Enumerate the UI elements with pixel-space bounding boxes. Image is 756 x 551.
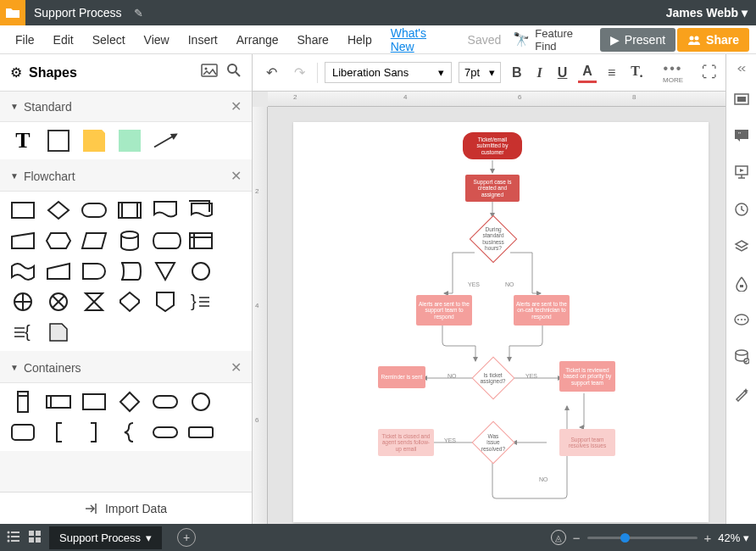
shape-block[interactable]: [46, 131, 71, 151]
close-section-icon[interactable]: ✕: [231, 359, 242, 376]
ink-icon[interactable]: [735, 276, 748, 295]
shape-manual[interactable]: [10, 231, 36, 251]
underline-button[interactable]: U: [553, 64, 572, 82]
canvas[interactable]: Ticket/email submitted by customer Suppo…: [268, 107, 725, 524]
shape-connector[interactable]: [188, 261, 214, 281]
shape-prep[interactable]: [46, 231, 71, 251]
redo-button[interactable]: ↷: [289, 61, 310, 84]
zoom-slider[interactable]: [587, 537, 698, 539]
edit-title-icon[interactable]: ✎: [131, 7, 143, 19]
shape-c-round[interactable]: [10, 422, 36, 442]
page-tab[interactable]: Support Process ▾: [49, 526, 162, 549]
shape-hotspot[interactable]: [117, 131, 142, 151]
shape-c-diamond[interactable]: [117, 392, 142, 412]
shape-delay[interactable]: [81, 261, 107, 281]
shape-storage[interactable]: [117, 261, 142, 281]
shape-line[interactable]: [153, 131, 178, 151]
shape-collate[interactable]: [81, 292, 107, 312]
list-view-icon[interactable]: [7, 531, 20, 545]
fullscreen-button[interactable]: ⛶: [702, 64, 717, 81]
section-containers-header[interactable]: ▼ Containers ✕: [0, 353, 252, 383]
import-data-button[interactable]: Import Data: [0, 492, 252, 524]
shape-offpage[interactable]: [153, 292, 178, 312]
bold-button[interactable]: B: [508, 64, 526, 82]
node-process[interactable]: Reminder is sent: [378, 366, 425, 388]
compass-icon[interactable]: ◬: [551, 530, 566, 545]
page[interactable]: Ticket/email submitted by customer Suppo…: [293, 122, 709, 522]
node-process[interactable]: Ticket is closed and agent sends follow-…: [378, 429, 434, 456]
menu-insert[interactable]: Insert: [180, 28, 226, 52]
zoom-out-button[interactable]: −: [573, 531, 581, 545]
menu-share[interactable]: Share: [289, 28, 337, 52]
shape-c-lane-v[interactable]: [10, 392, 36, 412]
align-button[interactable]: ≡: [603, 64, 620, 82]
shape-data[interactable]: [81, 231, 107, 251]
history-icon[interactable]: [734, 202, 749, 220]
shape-manin[interactable]: [46, 261, 71, 281]
more-button[interactable]: •••MORE: [663, 61, 683, 84]
menu-view[interactable]: View: [136, 28, 178, 52]
document-title[interactable]: Support Process: [25, 6, 131, 19]
grid-view-icon[interactable]: [29, 531, 41, 545]
gear-icon[interactable]: ⚙: [10, 64, 22, 81]
close-section-icon[interactable]: ✕: [231, 168, 242, 184]
data-link-icon[interactable]: [734, 349, 749, 368]
search-icon[interactable]: [226, 63, 242, 82]
comment-icon[interactable]: '': [734, 129, 749, 146]
menu-edit[interactable]: Edit: [45, 28, 82, 52]
node-terminator[interactable]: Ticket/email submitted by customer: [463, 132, 522, 159]
menu-arrange[interactable]: Arrange: [228, 28, 287, 52]
shape-intstore[interactable]: [188, 231, 214, 251]
menu-select[interactable]: Select: [84, 28, 134, 52]
shape-note[interactable]: [81, 131, 107, 151]
shape-c-rect[interactable]: [81, 392, 107, 412]
text-color-button[interactable]: A: [578, 62, 597, 83]
zoom-value[interactable]: 42% ▾: [718, 532, 749, 544]
shape-c-pill2[interactable]: [153, 422, 178, 442]
shape-tape[interactable]: [10, 261, 36, 281]
share-button[interactable]: Share: [677, 28, 749, 52]
font-select[interactable]: Liberation Sans▾: [325, 62, 452, 83]
shape-multidoc[interactable]: [188, 200, 214, 220]
menu-whatsnew[interactable]: What's New: [382, 21, 458, 58]
menu-file[interactable]: File: [7, 28, 43, 52]
layers-icon[interactable]: [734, 239, 749, 258]
close-section-icon[interactable]: ✕: [231, 98, 242, 114]
section-standard-header[interactable]: ▼ Standard ✕: [0, 92, 252, 122]
magic-icon[interactable]: [734, 387, 749, 405]
feature-find[interactable]: 🔭 Feature Find: [513, 27, 592, 53]
shape-c-bracket-r[interactable]: [81, 422, 107, 442]
shape-sum[interactable]: [46, 292, 71, 312]
present-icon[interactable]: [734, 164, 749, 183]
shape-c-brace[interactable]: [117, 422, 142, 442]
shape-display[interactable]: [117, 292, 142, 312]
shape-brace-l[interactable]: {: [10, 322, 36, 342]
shape-predef[interactable]: [117, 200, 142, 220]
node-process[interactable]: Alerts are sent to the support team to r…: [416, 295, 472, 326]
section-flowchart-header[interactable]: ▼ Flowchart ✕: [0, 161, 252, 192]
shape-c-rect2[interactable]: [188, 422, 214, 442]
shape-brace-r[interactable]: }: [188, 292, 214, 312]
shape-c-pill[interactable]: [153, 392, 178, 412]
undo-button[interactable]: ↶: [261, 61, 282, 84]
shape-text[interactable]: T: [10, 131, 36, 151]
shape-c-bracket-l[interactable]: [46, 422, 71, 442]
shape-c-lane-h[interactable]: [46, 392, 71, 412]
shape-or[interactable]: [10, 292, 36, 312]
folder-icon[interactable]: [0, 0, 25, 25]
shape-db[interactable]: [117, 231, 142, 251]
add-page-button[interactable]: +: [177, 528, 196, 547]
present-button[interactable]: ▶ Present: [600, 28, 675, 52]
node-process[interactable]: Ticket is reviewed based on priority by …: [559, 361, 615, 392]
node-process[interactable]: Support team resolves issues: [559, 429, 615, 456]
user-menu[interactable]: James Webb ▾: [666, 6, 756, 19]
shape-c-circle[interactable]: [188, 392, 214, 412]
shape-decision[interactable]: [46, 200, 71, 220]
image-icon[interactable]: [201, 64, 218, 81]
shape-terminator[interactable]: [81, 200, 107, 220]
shape-dsd[interactable]: [153, 231, 178, 251]
slides-icon[interactable]: [734, 93, 749, 110]
font-size-select[interactable]: 7pt▾: [459, 62, 501, 83]
shape-process[interactable]: [10, 200, 36, 220]
zoom-in-button[interactable]: +: [704, 531, 712, 545]
